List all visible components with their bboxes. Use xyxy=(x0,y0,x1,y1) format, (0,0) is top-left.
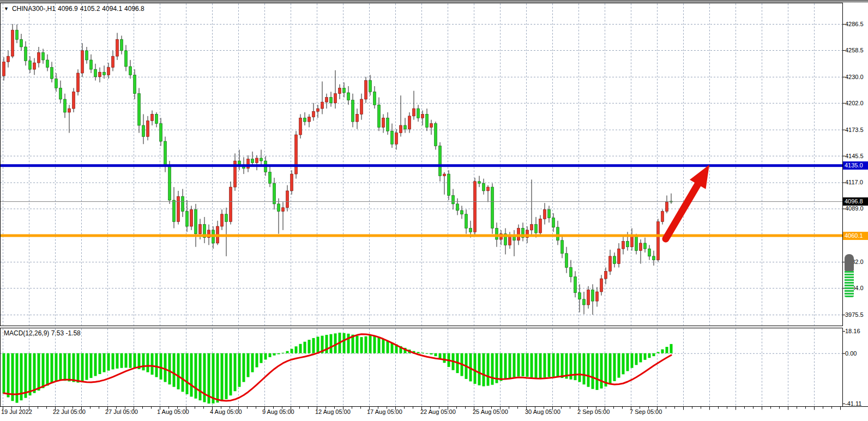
candle-bear xyxy=(46,60,49,68)
chart-canvas[interactable] xyxy=(0,0,868,421)
macd-hist-bar xyxy=(334,333,337,353)
macd-hist-bar xyxy=(264,353,267,360)
macd-hist-bar xyxy=(435,353,437,356)
macd-hist-bar xyxy=(356,336,359,353)
candle-bear xyxy=(260,158,263,161)
macd-hist-bar xyxy=(491,353,494,385)
candle-bull xyxy=(230,187,232,221)
arrow-shaft[interactable] xyxy=(666,181,700,239)
ohlc-header[interactable]: ▼CHINA300-,H14096.94105.24094.14096.8 xyxy=(4,5,147,13)
macd-hist-bar xyxy=(16,353,19,403)
macd-axis-label: 18.16 xyxy=(845,327,868,335)
close-value: 4096.8 xyxy=(124,5,144,13)
macd-hist-bar xyxy=(168,353,171,384)
candle-bear xyxy=(20,39,23,47)
candle-bear xyxy=(653,256,655,260)
scrollbar-grip[interactable] xyxy=(845,254,854,271)
scrollbar-thumb[interactable] xyxy=(845,254,854,297)
candle-bear xyxy=(626,241,629,246)
candle-bear xyxy=(613,256,616,264)
macd-axis-label: -41.11 xyxy=(845,400,868,407)
candle-bear xyxy=(304,118,306,122)
candle-bull xyxy=(190,209,193,226)
candle-bull xyxy=(38,52,40,63)
macd-hist-bar xyxy=(125,353,128,368)
macd-hist-bar xyxy=(443,353,446,363)
macd-hist-bar xyxy=(626,353,629,371)
candle-bear xyxy=(648,249,651,256)
macd-hist-bar xyxy=(291,349,293,353)
macd-hist-bar xyxy=(535,353,538,378)
candle-bear xyxy=(86,51,88,60)
time-axis-label: 22 Jul 05:00 xyxy=(53,408,86,415)
macd-hist-bar xyxy=(526,353,529,377)
macd-hist-bar xyxy=(286,351,289,353)
macd-hist-bar xyxy=(382,339,385,353)
macd-hist-bar xyxy=(360,337,363,353)
candle-bull xyxy=(99,72,101,77)
macd-hist-bar xyxy=(631,353,634,368)
candle-bull xyxy=(339,88,341,93)
macd-hist-bar xyxy=(657,352,660,353)
macd-hist-bar xyxy=(164,353,167,382)
candle-bear xyxy=(469,228,472,232)
time-axis-label: 1 Aug 05:00 xyxy=(157,408,189,415)
candle-bull xyxy=(147,121,149,136)
arrow-head[interactable] xyxy=(690,165,709,189)
macd-hist-bar xyxy=(225,353,228,399)
candle-bear xyxy=(574,277,577,293)
candle-bear xyxy=(16,30,19,39)
macd-hist-bar xyxy=(216,353,219,402)
candle-bull xyxy=(321,102,324,109)
macd-indicator-label: MACD(12,26,9) 7.53 -1.58 xyxy=(4,329,81,337)
candle-bull xyxy=(640,243,642,251)
macd-hist-bar xyxy=(640,353,642,363)
chevron-down-icon[interactable]: ▼ xyxy=(4,6,9,11)
macd-hist-bar xyxy=(513,353,516,377)
candle-bear xyxy=(59,88,62,99)
candle-bear xyxy=(483,183,485,191)
support-line[interactable] xyxy=(0,234,842,237)
macd-hist-bar xyxy=(282,353,285,353)
macd-hist-bar xyxy=(151,353,154,375)
candle-bull xyxy=(400,125,402,133)
candle-bear xyxy=(635,236,638,250)
candle-bear xyxy=(491,187,494,228)
candle-bear xyxy=(160,124,162,142)
candle-bear xyxy=(103,72,106,75)
macd-hist-bar xyxy=(256,353,258,368)
macd-hist-bar xyxy=(160,353,162,380)
candle-bull xyxy=(3,62,5,76)
resistance-line[interactable] xyxy=(0,164,842,167)
macd-hist-bar xyxy=(509,353,511,378)
candle-bull xyxy=(112,56,114,68)
resistance-price-tag: 4135.0 xyxy=(843,161,868,170)
candle-bear xyxy=(352,100,354,122)
candle-bull xyxy=(356,114,359,122)
macd-hist-bar xyxy=(613,353,616,381)
macd-hist-bar xyxy=(587,353,590,387)
candle-bear xyxy=(583,299,586,305)
candle-bear xyxy=(269,172,272,184)
candle-bear xyxy=(391,131,394,144)
candle-bull xyxy=(657,221,660,260)
candle-bear xyxy=(439,146,442,176)
macd-hist-bar xyxy=(195,353,197,399)
macd-hist-bar xyxy=(426,353,429,354)
macd-hist-bar xyxy=(522,353,525,376)
candle-bull xyxy=(618,249,620,263)
candle-bear xyxy=(129,67,132,75)
candle-bear xyxy=(565,254,568,268)
scrollbar-stripes xyxy=(845,271,854,297)
candle-bear xyxy=(168,166,171,200)
macd-hist-bar xyxy=(596,353,599,390)
time-axis-label: 30 Aug 05:00 xyxy=(525,408,560,415)
candle-bear xyxy=(164,141,167,166)
candle-bear xyxy=(120,39,123,51)
candle-bull xyxy=(395,133,398,145)
macd-hist-bar xyxy=(51,353,53,383)
macd-hist-bar xyxy=(173,353,176,387)
candle-bull xyxy=(609,256,612,271)
candle-bear xyxy=(94,69,97,77)
candle-bull xyxy=(151,114,154,121)
